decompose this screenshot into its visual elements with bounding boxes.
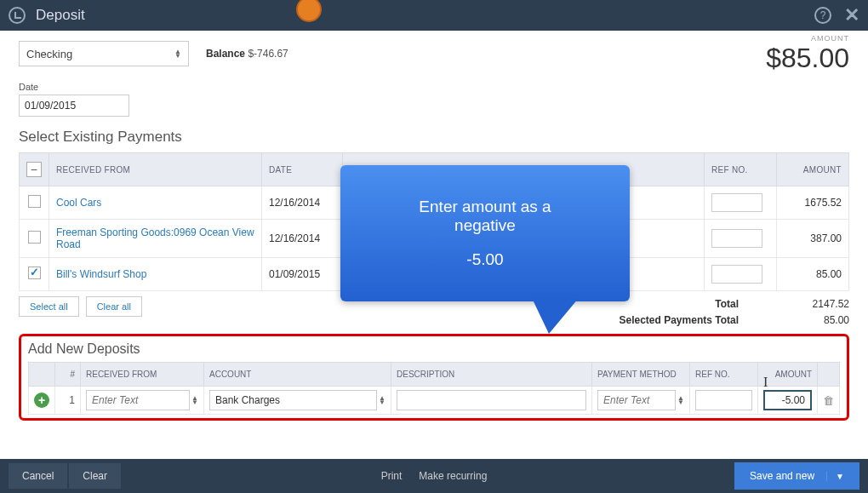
add-row-icon[interactable]: + <box>34 393 49 408</box>
chevron-updown-icon[interactable]: ▲▼ <box>191 396 198 404</box>
date-input[interactable] <box>19 95 129 117</box>
cancel-button[interactable]: Cancel <box>9 463 67 489</box>
received-from-link[interactable]: Freeman Sporting Goods:0969 Ocean View R… <box>49 220 262 258</box>
text-cursor-icon: I <box>763 375 768 390</box>
chevron-down-icon[interactable]: ▼ <box>826 472 844 481</box>
col-description: DESCRIPTION <box>391 363 592 387</box>
help-icon[interactable]: ? <box>814 7 831 24</box>
history-icon[interactable] <box>9 7 26 24</box>
col-ref-no: REF NO. <box>705 153 777 186</box>
new-deposits-table: # RECEIVED FROM ACCOUNT DESCRIPTION PAYM… <box>28 362 840 415</box>
col-amount: AMOUNT <box>777 153 849 186</box>
col-account: ACCOUNT <box>204 363 391 387</box>
received-from-link[interactable]: Cool Cars <box>49 186 262 220</box>
col-received-from: RECEIVED FROM <box>49 153 262 186</box>
received-from-input[interactable] <box>86 390 190 410</box>
date-label: Date <box>19 82 849 92</box>
callout-tail-icon <box>532 298 579 334</box>
close-icon[interactable]: ✕ <box>844 4 859 26</box>
new-deposits-title: Add New Deposits <box>28 341 840 357</box>
col-date: DATE <box>262 153 343 186</box>
balance-display: Balance $-746.67 <box>206 48 288 60</box>
account-select[interactable]: Checking ▲▼ <box>19 41 189 66</box>
row-checkbox[interactable] <box>28 195 41 208</box>
amount-input[interactable] <box>763 390 812 410</box>
col-num: # <box>55 363 81 387</box>
description-input[interactable] <box>397 390 586 410</box>
notification-badge-icon[interactable] <box>296 0 322 22</box>
ref-input[interactable] <box>711 229 762 248</box>
account-select-value: Checking <box>26 48 72 60</box>
clear-button[interactable]: Clear <box>69 463 121 489</box>
ref-input[interactable] <box>711 265 762 284</box>
table-row: + 1 ▲▼ ▲▼ ▲▼ I 🗑 <box>29 387 840 415</box>
chevron-updown-icon[interactable]: ▲▼ <box>677 396 684 404</box>
received-from-link[interactable]: Bill's Windsurf Shop <box>49 258 262 291</box>
row-checkbox[interactable] <box>28 267 41 279</box>
account-input[interactable] <box>209 390 377 410</box>
ref-no-input[interactable] <box>695 390 752 410</box>
col-received-from: RECEIVED FROM <box>81 363 204 387</box>
clear-all-button[interactable]: Clear all <box>86 296 142 317</box>
chevron-updown-icon[interactable]: ▲▼ <box>379 396 385 404</box>
instruction-callout: Enter amount as a negative -5.00 <box>340 165 630 301</box>
total-amount: AMOUNT $85.00 <box>766 34 849 74</box>
footer-bar: Cancel Clear Print Make recurring Save a… <box>0 459 868 493</box>
chevron-updown-icon: ▲▼ <box>174 49 181 58</box>
trash-icon[interactable]: 🗑 <box>823 394 834 407</box>
save-and-new-button[interactable]: Save and new▼ <box>734 462 859 490</box>
col-payment-method: PAYMENT METHOD <box>592 363 690 387</box>
select-all-button[interactable]: Select all <box>19 296 79 317</box>
col-ref-no: REF NO. <box>690 363 758 387</box>
print-link[interactable]: Print <box>381 470 403 482</box>
add-new-deposits-section: Add New Deposits # RECEIVED FROM ACCOUNT… <box>19 334 849 421</box>
row-checkbox[interactable] <box>28 231 41 244</box>
make-recurring-link[interactable]: Make recurring <box>419 470 487 482</box>
ref-input[interactable] <box>711 193 762 212</box>
window-header: Deposit ? ✕ <box>0 0 868 31</box>
collapse-toggle[interactable]: − <box>26 162 42 177</box>
existing-payments-title: Select Existing Payments <box>19 129 849 146</box>
payment-method-input[interactable] <box>597 390 676 410</box>
page-title: Deposit <box>36 7 85 24</box>
